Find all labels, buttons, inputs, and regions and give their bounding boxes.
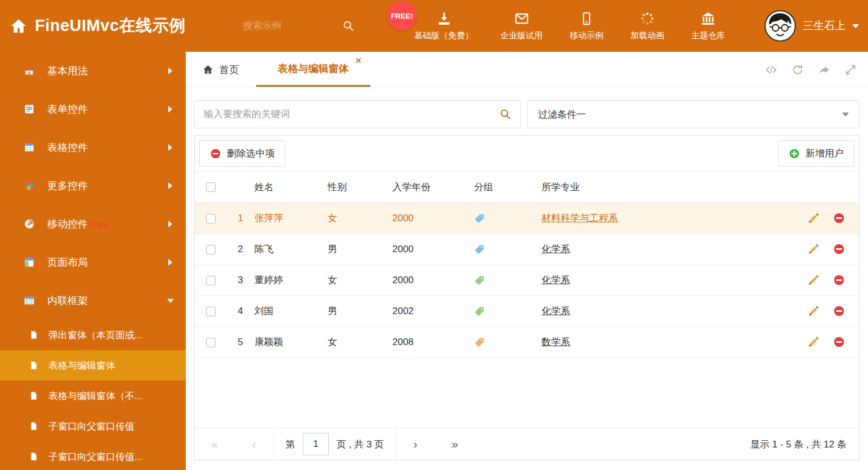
sidebar-item[interactable]: 基本用法: [0, 52, 186, 90]
tab-close-icon[interactable]: ×: [356, 56, 361, 65]
major-link[interactable]: 数学系: [542, 337, 570, 347]
first-page-button[interactable]: «: [195, 437, 234, 451]
col-major: 所学专业: [542, 172, 794, 203]
row-checkbox[interactable]: [206, 307, 216, 316]
chevron-down-icon: [167, 299, 174, 303]
cell-year: 2002: [392, 296, 474, 326]
sidebar-subitem[interactable]: 表格与编辑窗体: [0, 350, 186, 381]
delete-icon[interactable]: [833, 274, 845, 286]
page-suffix-label: 页 , 共 3 页: [337, 438, 384, 451]
sidebar-item-label: 内联框架: [47, 294, 88, 307]
edit-icon[interactable]: [808, 336, 820, 348]
row-checkbox[interactable]: [206, 245, 216, 254]
cell-gender: 女: [328, 326, 392, 357]
sidebar-subitem[interactable]: 弹出窗体（本页面或...: [0, 320, 186, 350]
row-checkbox[interactable]: [206, 214, 216, 223]
tag-icon: [474, 275, 542, 286]
edit-icon[interactable]: [808, 305, 820, 317]
sidebar-item-label: 移动控件: [47, 217, 88, 231]
refresh-icon[interactable]: [791, 64, 804, 76]
delete-icon[interactable]: [833, 336, 845, 348]
sidebar-item[interactable]: 内联框架: [0, 281, 186, 320]
last-page-button[interactable]: »: [435, 437, 475, 451]
table-row[interactable]: 5康颖颖女2008数学系: [195, 326, 859, 357]
grid-toolbar: 删除选中项 新增用户: [195, 136, 859, 172]
header-nav-item[interactable]: 加载动画: [617, 0, 678, 52]
header-nav-item[interactable]: 移动示例: [556, 0, 617, 52]
chevron-right-icon: [168, 144, 172, 151]
page-number-input[interactable]: [303, 433, 329, 455]
header-nav-item[interactable]: 主题仓库: [678, 0, 739, 52]
sidebar-item[interactable]: 表格控件: [0, 128, 186, 167]
edit-icon[interactable]: [808, 243, 820, 255]
prev-page-button[interactable]: ‹: [234, 437, 274, 451]
sidebar-item[interactable]: 更多控件: [0, 167, 186, 205]
source-code-icon[interactable]: [765, 64, 777, 76]
sidebar-item-label: 页面布局: [47, 256, 88, 269]
table-row[interactable]: 3董婷婷女2000化学系: [195, 265, 859, 296]
sidebar-subitem[interactable]: 子窗口向父窗口传值...: [0, 441, 186, 470]
row-index: 1: [226, 203, 254, 234]
table-row[interactable]: 2陈飞男2000化学系: [195, 234, 859, 265]
header-nav-item[interactable]: 企业版试用: [487, 0, 556, 52]
major-link[interactable]: 化学系: [542, 244, 570, 254]
cell-year: 2000: [392, 265, 474, 296]
col-year: 入学年份: [392, 172, 474, 203]
select-all-checkbox[interactable]: [206, 182, 216, 192]
header-search-input[interactable]: [243, 20, 322, 32]
major-link[interactable]: 化学系: [542, 275, 570, 285]
major-link[interactable]: 化学系: [542, 306, 570, 316]
delete-icon[interactable]: [833, 305, 845, 317]
sidebar-subitem[interactable]: 表格与编辑窗体（不...: [0, 381, 186, 411]
table-header-row: 姓名 性别 入学年份 分组 所学专业: [195, 172, 859, 203]
edit-icon[interactable]: [808, 274, 820, 286]
frame-icon: [24, 295, 35, 306]
delete-icon[interactable]: [833, 212, 845, 224]
cell-name: 张萍萍: [254, 203, 328, 234]
cell-name: 董婷婷: [254, 265, 328, 296]
next-page-button[interactable]: ›: [396, 437, 435, 451]
tag-icon: [474, 213, 542, 224]
edit-icon[interactable]: [808, 212, 820, 224]
sidebar-item[interactable]: 页面布局: [0, 243, 186, 281]
expand-icon[interactable]: [844, 64, 857, 76]
major-link[interactable]: 材料科学与工程系: [542, 213, 618, 223]
row-index: 5: [226, 326, 254, 357]
chevron-down-icon: [842, 113, 849, 117]
table-row[interactable]: 1张萍萍女2000材料科学与工程系: [195, 203, 859, 234]
sidebar-item[interactable]: 移动控件Corp.: [0, 205, 186, 243]
filter-dropdown[interactable]: 过滤条件一: [527, 100, 860, 128]
row-checkbox[interactable]: [206, 276, 216, 285]
add-user-button[interactable]: 新增用户: [778, 140, 854, 167]
file-icon: [29, 330, 38, 339]
cell-gender: 女: [328, 203, 392, 234]
layout-icon: [24, 257, 35, 268]
row-index: 2: [226, 234, 254, 265]
user-menu[interactable]: 三生石上: [764, 0, 859, 52]
row-index: 3: [226, 265, 254, 296]
brand[interactable]: FineUIMvc在线示例: [10, 0, 186, 52]
delete-icon[interactable]: [833, 243, 845, 255]
corp-badge: Corp.: [91, 220, 110, 229]
sidebar-item-label: 基本用法: [47, 64, 88, 78]
grid-panel: 删除选中项 新增用户 姓名 性别 入学年份: [194, 135, 860, 460]
add-user-label: 新增用户: [806, 147, 844, 160]
table-row[interactable]: 4刘国男2002化学系: [195, 296, 859, 326]
sidebar-item[interactable]: 表单控件: [0, 90, 186, 128]
tab-tools: [765, 52, 857, 87]
keyword-search-input[interactable]: [195, 109, 499, 120]
filter-dropdown-value: 过滤条件一: [538, 108, 586, 121]
home-icon: [203, 64, 213, 75]
open-new-window-icon[interactable]: [818, 64, 830, 76]
sidebar-subitem[interactable]: 子窗口向父窗口传值: [0, 411, 186, 441]
delete-selected-label: 删除选中项: [227, 147, 275, 160]
home-brand-icon: [10, 17, 27, 34]
search-icon[interactable]: [499, 108, 512, 120]
header-nav-label: 加载动画: [630, 30, 664, 41]
row-checkbox[interactable]: [206, 338, 216, 347]
tab-active[interactable]: 表格与编辑窗体 ×: [256, 52, 370, 87]
delete-selected-button[interactable]: 删除选中项: [199, 140, 285, 167]
tab-home[interactable]: 首页: [203, 52, 239, 87]
col-gender: 性别: [328, 172, 392, 203]
search-icon[interactable]: [342, 20, 355, 32]
